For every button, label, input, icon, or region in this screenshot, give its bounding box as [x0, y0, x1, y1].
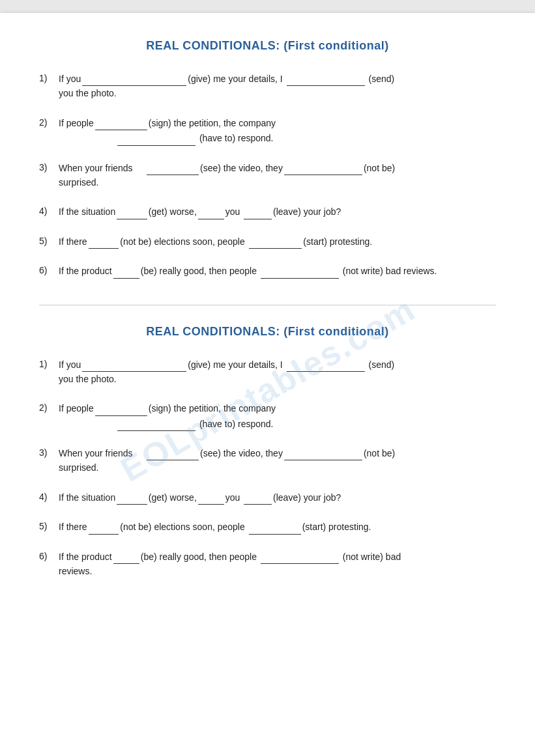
blank	[113, 263, 139, 278]
list-item: 3) When your friends (see) the video, th…	[39, 160, 496, 190]
list-item: 1) If you (give) me your details, I (sen…	[39, 357, 496, 387]
item-content: If the product (be) really good, then pe…	[59, 263, 496, 278]
blank	[95, 400, 147, 415]
list-item: 4) If the situation (get) worse, you (le…	[39, 490, 496, 505]
blank	[147, 445, 199, 460]
blank	[117, 416, 195, 431]
item-number: 1)	[39, 357, 59, 371]
item-content: If you (give) me your details, I (send) …	[59, 357, 496, 387]
item-number: 6)	[39, 263, 59, 277]
item-content: If the situation (get) worse, you (leave…	[59, 490, 496, 505]
item-number: 5)	[39, 234, 59, 248]
item-content: If you (give) me your details, I (send) …	[59, 71, 496, 101]
blank	[261, 549, 339, 564]
blank	[117, 130, 195, 145]
blank	[261, 263, 339, 278]
section-1-title: REAL CONDITIONALS: (First conditional)	[39, 39, 496, 53]
item-number: 4)	[39, 490, 59, 504]
item-content: If the situation (get) worse, you (leave…	[59, 204, 496, 219]
item-number: 3)	[39, 445, 59, 460]
blank	[249, 234, 302, 249]
blank	[113, 549, 139, 564]
item-content: If people (sign) the petition, the compa…	[59, 400, 496, 431]
blank	[244, 490, 272, 505]
item-content: When your friends (see) the video, they …	[59, 160, 496, 190]
section-1: REAL CONDITIONALS: (First conditional) 1…	[39, 39, 496, 279]
exercise-list-1: 1) If you (give) me your details, I (sen…	[39, 71, 496, 279]
blank	[284, 160, 362, 175]
blank	[95, 115, 147, 130]
list-item: 4) If the situation (get) worse, you (le…	[39, 204, 496, 219]
item-number: 2)	[39, 400, 59, 415]
item-number: 3)	[39, 160, 59, 175]
list-item: 6) If the product (be) really good, then…	[39, 549, 496, 579]
blank	[287, 357, 365, 372]
list-item: 3) When your friends (see) the video, th…	[39, 445, 496, 475]
exercise-list-2: 1) If you (give) me your details, I (sen…	[39, 357, 496, 579]
worksheet-page: EOLprintables.com REAL CONDITIONALS: (Fi…	[0, 13, 535, 756]
section-divider	[39, 305, 496, 305]
list-item: 1) If you (give) me your details, I (sen…	[39, 71, 496, 101]
blank	[117, 490, 147, 505]
section-2-title: REAL CONDITIONALS: (First conditional)	[39, 325, 496, 339]
list-item: 5) If there (not be) elections soon, peo…	[39, 234, 496, 249]
blank	[89, 234, 119, 249]
list-item: 5) If there (not be) elections soon, peo…	[39, 519, 496, 534]
item-number: 4)	[39, 204, 59, 218]
list-item: 2) If people (sign) the petition, the co…	[39, 115, 496, 146]
item-content: If there (not be) elections soon, people…	[59, 519, 496, 534]
item-content: When your friends (see) the video, they …	[59, 445, 496, 475]
section-2: REAL CONDITIONALS: (First conditional) 1…	[39, 325, 496, 579]
item-number: 2)	[39, 115, 59, 130]
blank	[287, 71, 365, 86]
item-number: 6)	[39, 549, 59, 563]
item-content: If the product (be) really good, then pe…	[59, 549, 496, 579]
item-number: 1)	[39, 71, 59, 85]
blank	[117, 204, 147, 219]
blank	[244, 204, 272, 219]
blank	[198, 490, 224, 505]
list-item: 2) If people (sign) the petition, the co…	[39, 400, 496, 431]
blank	[198, 204, 224, 219]
blank	[82, 71, 186, 86]
item-number: 5)	[39, 519, 59, 533]
item-content: If people (sign) the petition, the compa…	[59, 115, 496, 146]
list-item: 6) If the product (be) really good, then…	[39, 263, 496, 278]
blank	[249, 519, 301, 534]
blank	[284, 445, 362, 460]
blank	[89, 519, 119, 534]
item-content: If there (not be) elections soon, people…	[59, 234, 496, 249]
blank	[147, 160, 199, 175]
blank	[82, 357, 186, 372]
